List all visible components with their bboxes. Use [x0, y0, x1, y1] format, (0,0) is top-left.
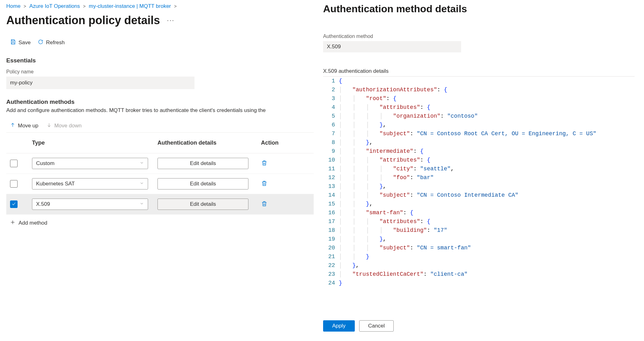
chevron-right-icon: > — [24, 4, 26, 9]
col-header-type: Type — [32, 140, 157, 146]
essentials-heading: Essentials — [6, 57, 314, 64]
policy-name-label: Policy name — [6, 69, 314, 75]
refresh-button[interactable]: Refresh — [38, 39, 65, 46]
save-icon — [10, 39, 16, 46]
policy-details-pane: Home > Azure IoT Operations > my-cluster… — [0, 0, 314, 341]
delete-row-button[interactable] — [261, 183, 268, 188]
move-down-label: Move down — [54, 123, 82, 129]
detail-pane-title: Authentication method details — [323, 3, 635, 15]
breadcrumb-home[interactable]: Home — [6, 3, 20, 9]
edit-details-button[interactable]: Edit details — [157, 199, 248, 210]
add-method-button[interactable]: Add method — [6, 215, 314, 232]
col-header-details: Authentication details — [157, 140, 261, 146]
move-up-label: Move up — [18, 123, 38, 129]
json-editor[interactable]: 123456789101112131415161718192021222324 … — [323, 76, 635, 287]
cancel-button[interactable]: Cancel — [359, 320, 394, 332]
add-method-label: Add method — [19, 220, 47, 226]
edit-details-button[interactable]: Edit details — [157, 158, 248, 169]
trash-icon — [261, 203, 268, 208]
chevron-down-icon — [140, 181, 144, 187]
refresh-icon — [38, 39, 44, 46]
type-dropdown[interactable]: Custom — [32, 158, 148, 169]
type-dropdown-value: X.509 — [36, 201, 50, 207]
more-menu-button[interactable]: ··· — [167, 16, 174, 24]
table-row: X.509 Edit details — [6, 194, 314, 215]
type-dropdown[interactable]: X.509 — [32, 199, 148, 210]
trash-icon — [261, 183, 268, 188]
table-row: Custom Edit details — [6, 153, 314, 174]
checkmark-icon — [11, 201, 16, 207]
breadcrumb-aio[interactable]: Azure IoT Operations — [29, 3, 80, 9]
save-button-label: Save — [19, 40, 31, 46]
apply-button[interactable]: Apply — [323, 320, 355, 332]
delete-row-button[interactable] — [261, 203, 268, 208]
move-down-button: Move down — [46, 122, 82, 129]
move-up-button[interactable]: Move up — [10, 122, 38, 129]
row-checkbox[interactable] — [10, 180, 18, 188]
edit-details-button[interactable]: Edit details — [157, 178, 248, 189]
command-bar: Save Refresh — [6, 39, 314, 46]
chevron-down-icon — [140, 160, 144, 167]
auth-methods-heading: Authentication methods — [6, 99, 314, 105]
type-dropdown-value: Custom — [36, 160, 55, 167]
chevron-right-icon: > — [174, 4, 177, 9]
breadcrumb-cluster[interactable]: my-cluster-instance | MQTT broker — [89, 3, 171, 9]
arrow-up-icon — [10, 122, 15, 129]
chevron-down-icon — [140, 201, 144, 207]
auth-method-label: Authentication method — [323, 34, 635, 39]
arrow-down-icon — [46, 122, 52, 129]
row-checkbox[interactable] — [10, 200, 18, 208]
reorder-toolbar: Move up Move down — [6, 119, 314, 133]
col-header-action: Action — [261, 140, 299, 146]
detail-footer: Apply Cancel — [323, 320, 394, 332]
delete-row-button[interactable] — [261, 162, 268, 167]
type-dropdown-value: Kubernetes SAT — [36, 181, 75, 187]
type-dropdown[interactable]: Kubernetes SAT — [32, 178, 148, 189]
auth-methods-table: Type Authentication details Action Custo… — [6, 133, 314, 232]
trash-icon — [261, 162, 268, 167]
auth-methods-description: Add and configure authentication methods… — [6, 107, 314, 114]
json-editor-label: X.509 authentication details — [323, 68, 635, 74]
policy-name-value: my-policy — [6, 77, 194, 89]
page-title: Authentication policy details — [6, 14, 160, 27]
chevron-right-icon: > — [83, 4, 86, 9]
plus-icon — [10, 220, 15, 226]
line-number-gutter: 123456789101112131415161718192021222324 — [323, 77, 339, 287]
breadcrumb: Home > Azure IoT Operations > my-cluster… — [6, 3, 314, 9]
method-details-pane: Authentication method details Authentica… — [314, 0, 644, 341]
table-header-row: Type Authentication details Action — [6, 133, 314, 153]
save-button[interactable]: Save — [10, 39, 31, 46]
json-code-content[interactable]: { │ "authorizationAttributes": { │ │ "ro… — [339, 77, 635, 287]
page-title-row: Authentication policy details ··· — [6, 14, 314, 27]
auth-method-value: X.509 — [323, 41, 461, 52]
row-checkbox[interactable] — [10, 160, 18, 167]
refresh-button-label: Refresh — [46, 40, 65, 46]
table-row: Kubernetes SAT Edit details — [6, 174, 314, 194]
